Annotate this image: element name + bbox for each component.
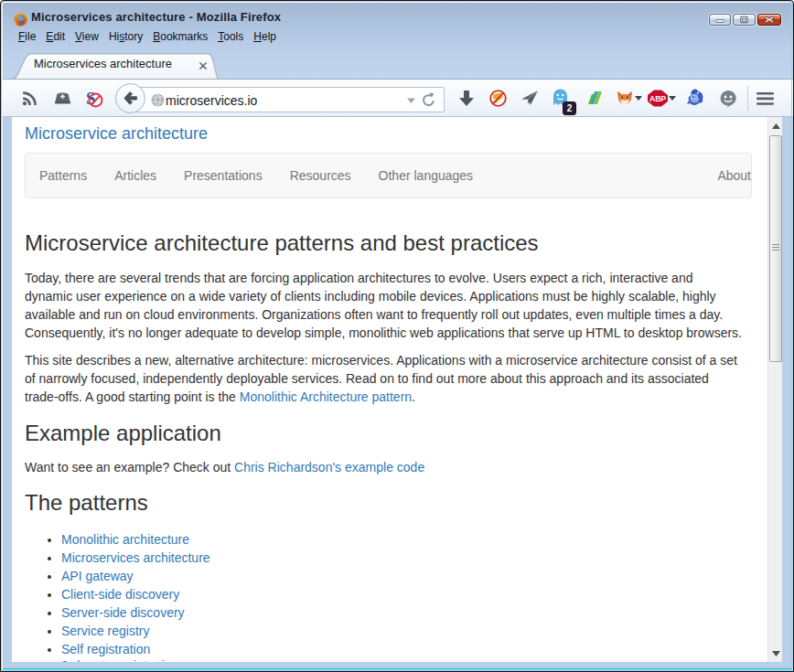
urlbar-dropdown-icon[interactable] xyxy=(406,97,416,104)
maximize-button[interactable] xyxy=(733,14,756,26)
menu-hamburger-icon[interactable] xyxy=(756,92,774,105)
clipper-icon[interactable] xyxy=(53,90,72,107)
patterns-list: Monolithic architecture Microservices ar… xyxy=(25,530,752,662)
minimize-button[interactable] xyxy=(709,14,731,26)
menu-view[interactable]: View xyxy=(75,30,99,43)
pattern-link-api-gateway[interactable]: API gateway xyxy=(61,569,134,583)
pattern-link-self-registration[interactable]: Self registration xyxy=(61,642,150,656)
menu-file[interactable]: File xyxy=(18,30,36,43)
list-item: Monolithic architecture xyxy=(61,530,752,549)
tab-close-icon[interactable] xyxy=(198,61,208,70)
smiley-icon[interactable] xyxy=(719,90,737,108)
second-paragraph: This site describes a new, alternative a… xyxy=(25,351,744,406)
globe-icon xyxy=(151,93,165,107)
fox-icon[interactable] xyxy=(616,89,634,106)
paperplane-icon[interactable] xyxy=(520,90,539,107)
main-heading: Microservice architecture patterns and b… xyxy=(25,230,752,255)
download-icon[interactable] xyxy=(458,90,475,107)
list-item: Self registration xyxy=(61,640,752,658)
nav-other-languages[interactable]: Other languages xyxy=(365,168,488,183)
abp-label: ABP xyxy=(649,94,666,103)
scroll-down-button[interactable] xyxy=(768,645,783,661)
nav-articles[interactable]: Articles xyxy=(101,168,170,183)
menu-bookmarks[interactable]: Bookmarks xyxy=(153,30,208,43)
url-text[interactable]: microservices.io xyxy=(166,93,257,108)
window-header: Microservices architecture - Mozilla Fir… xyxy=(3,3,793,79)
close-button[interactable] xyxy=(757,14,781,26)
abp-caret-icon[interactable] xyxy=(669,96,676,101)
list-item: API gateway xyxy=(61,567,752,585)
list-item: Service registry xyxy=(61,622,752,640)
site-navbar: Patterns Articles Presentations Resource… xyxy=(25,153,752,198)
list-item: Microservices architecture xyxy=(61,549,752,567)
adblock-plus-icon[interactable]: ABP xyxy=(647,90,669,107)
tab-title: Microservices architecture xyxy=(34,57,172,70)
example-code-link[interactable]: Chris Richardson's example code xyxy=(234,460,424,475)
fox-caret-icon[interactable] xyxy=(635,96,642,101)
seahorse-icon[interactable] xyxy=(686,89,703,108)
nav-presentations[interactable]: Presentations xyxy=(170,168,276,183)
pattern-link-3rd-party-registration[interactable]: 3rd party registration xyxy=(61,658,178,662)
navigation-toolbar: S microservices.io xyxy=(3,79,793,117)
menu-history[interactable]: History xyxy=(109,30,143,43)
back-button[interactable] xyxy=(115,83,145,113)
firefox-logo-icon xyxy=(14,13,27,27)
menu-bar: File Edit View History Bookmarks Tools H… xyxy=(3,27,286,46)
toolbar-separator xyxy=(747,86,748,112)
patterns-heading: The patterns xyxy=(25,490,752,515)
example-paragraph: Want to see an example? Check out Chris … xyxy=(25,458,744,476)
intro-paragraph: Today, there are several trends that are… xyxy=(25,269,744,342)
pattern-link-server-side-discovery[interactable]: Server-side discovery xyxy=(61,605,185,620)
url-bar[interactable]: microservices.io xyxy=(129,87,445,112)
leaf-icon[interactable] xyxy=(586,89,605,107)
titlebar[interactable]: Microservices architecture - Mozilla Fir… xyxy=(3,3,793,30)
menu-tools[interactable]: Tools xyxy=(218,30,243,43)
frame-edge-bottom xyxy=(3,668,792,670)
pattern-link-client-side-discovery[interactable]: Client-side discovery xyxy=(61,587,179,602)
reload-icon[interactable] xyxy=(421,92,436,108)
pattern-link-monolithic[interactable]: Monolithic architecture xyxy=(61,532,189,547)
menu-edit[interactable]: Edit xyxy=(46,30,65,43)
tab-strip: Microservices architecture xyxy=(3,48,793,79)
window-title: Microservices architecture - Mozilla Fir… xyxy=(31,10,281,24)
scrollbar-grip xyxy=(772,244,779,252)
scroll-up-arrow-icon xyxy=(772,123,780,129)
nav-resources[interactable]: Resources xyxy=(276,168,365,183)
rss-icon[interactable] xyxy=(21,91,38,107)
nav-patterns[interactable]: Patterns xyxy=(26,168,101,183)
ghostery-badge: 2 xyxy=(563,101,576,115)
example-application-heading: Example application xyxy=(25,421,752,445)
scroll-up-button[interactable] xyxy=(768,118,783,133)
list-item: Client-side discovery xyxy=(61,585,752,603)
pattern-link-service-registry[interactable]: Service registry xyxy=(61,624,149,638)
scrollbar-thumb[interactable] xyxy=(769,135,782,362)
scroll-down-arrow-icon xyxy=(772,651,780,656)
noscript-icon[interactable]: S xyxy=(85,90,103,108)
menu-help[interactable]: Help xyxy=(253,30,276,43)
page-content: Microservice architecture Patterns Artic… xyxy=(12,117,769,662)
frame-edge-right xyxy=(791,3,793,669)
nav-about[interactable]: About xyxy=(703,168,751,183)
list-item: 3rd party registration xyxy=(61,656,752,662)
flashblock-icon[interactable] xyxy=(489,90,507,107)
site-brand-link[interactable]: Microservice architecture xyxy=(25,124,208,144)
list-item: Server-side discovery xyxy=(61,603,752,622)
browser-window: Microservices architecture - Mozilla Fir… xyxy=(0,0,794,672)
vertical-scrollbar[interactable] xyxy=(767,117,782,662)
monolithic-architecture-link[interactable]: Monolithic Architecture pattern xyxy=(240,389,412,404)
pattern-link-microservices[interactable]: Microservices architecture xyxy=(61,550,210,565)
